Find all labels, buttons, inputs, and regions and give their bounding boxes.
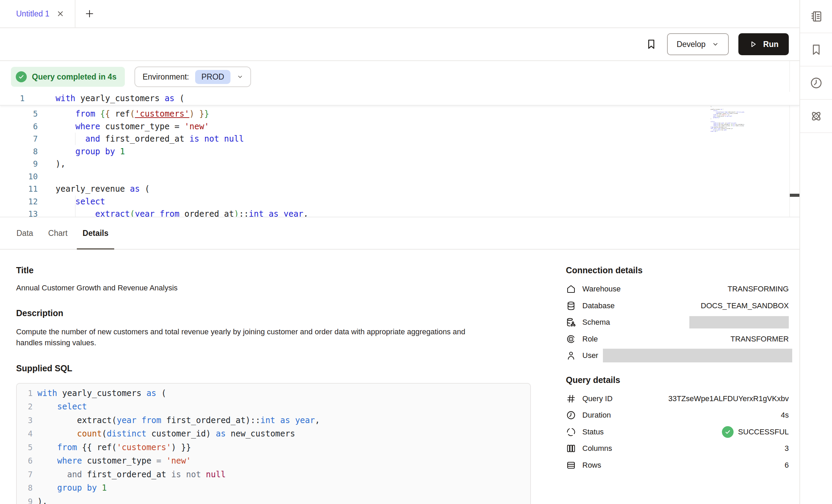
code-token: 1 bbox=[102, 483, 107, 493]
code-token bbox=[95, 109, 100, 119]
code-token: as bbox=[130, 184, 140, 194]
code-token: from bbox=[159, 209, 179, 217]
code-token: 'customers' bbox=[117, 443, 171, 452]
detail-value: DOCS_TEAM_SANDBOX bbox=[701, 301, 789, 310]
code-token: not bbox=[204, 134, 219, 144]
code-token: ( bbox=[102, 429, 107, 439]
code-token: as bbox=[146, 388, 156, 398]
detail-row: RoleTRANSFORMER bbox=[566, 331, 789, 348]
status-value: SUCCESSFUL bbox=[722, 426, 789, 438]
detail-row: Schema bbox=[566, 314, 789, 331]
supplied-sql-line: 6 where customer_type = 'new' bbox=[22, 454, 530, 468]
tab-chart[interactable]: Chart bbox=[41, 217, 75, 249]
environment-selector[interactable]: Environment: PROD bbox=[134, 67, 251, 87]
line-number: 8 bbox=[22, 483, 33, 492]
editor-line[interactable]: 13 extract(year from ordered_at)::int as… bbox=[0, 208, 799, 217]
bookmark-icon[interactable] bbox=[645, 38, 657, 50]
code-token: as bbox=[269, 209, 278, 217]
code-line-text: group by 1 bbox=[56, 147, 125, 156]
code-token bbox=[290, 416, 295, 425]
code-token: extract( bbox=[37, 416, 117, 425]
editor-line[interactable]: 11yearly_revenue as ( bbox=[0, 183, 799, 195]
tab-data[interactable]: Data bbox=[9, 217, 41, 249]
code-token: ( bbox=[156, 388, 166, 398]
sidebar-item-lineage[interactable] bbox=[800, 100, 832, 133]
supplied-sql-line: 4 count(distinct customer_id) as new_cus… bbox=[22, 427, 530, 441]
sql-editor[interactable]: Query completed in 4s Environment: PROD … bbox=[0, 61, 799, 217]
code-token: ordered_at bbox=[179, 209, 234, 217]
code-token bbox=[136, 416, 141, 425]
code-token: group by bbox=[57, 483, 97, 493]
line-number: 9 bbox=[22, 497, 33, 504]
supplied-sql-line: 7 and first_ordered_at is not null bbox=[22, 468, 530, 481]
line-number: 7 bbox=[0, 134, 38, 143]
code-token bbox=[201, 470, 206, 479]
code-token: distinct bbox=[107, 429, 146, 439]
run-button[interactable]: Run bbox=[738, 33, 789, 55]
line-number: 13 bbox=[0, 209, 38, 217]
chevron-down-icon bbox=[237, 73, 243, 80]
supplied-sql-line: 2 select bbox=[22, 400, 530, 414]
editor-line[interactable]: 6 where customer_type = 'new' bbox=[0, 120, 799, 133]
sidebar-item-bookmark[interactable] bbox=[800, 33, 832, 67]
sidebar-item-history[interactable] bbox=[800, 67, 832, 100]
code-token bbox=[56, 197, 75, 206]
code-token: null bbox=[224, 134, 244, 144]
close-icon[interactable] bbox=[56, 10, 64, 18]
history-icon bbox=[809, 76, 823, 90]
code-token bbox=[194, 109, 199, 119]
detail-value: 3 bbox=[785, 444, 789, 453]
code-line-text: ), bbox=[37, 497, 47, 504]
code-token: extract bbox=[95, 209, 130, 217]
detail-value: TRANSFORMING bbox=[728, 285, 789, 293]
check-circle-icon bbox=[16, 71, 27, 82]
tab-details[interactable]: Details bbox=[75, 217, 116, 249]
code-token bbox=[37, 402, 57, 411]
editor-line[interactable]: 8 group by 1 bbox=[0, 145, 799, 158]
editor-line[interactable]: 10 bbox=[0, 170, 799, 183]
editor-line[interactable]: 5 from {{ ref('customers') }} bbox=[0, 108, 799, 120]
code-token bbox=[37, 456, 57, 466]
supplied-sql-line: 3 extract(year from first_ordered_at)::i… bbox=[22, 413, 530, 427]
detail-value: 4s bbox=[781, 411, 789, 420]
code-line-text: where customer_type = 'new' bbox=[56, 122, 209, 131]
code-region[interactable]: 1with yearly_customers as ( 5 from {{ re… bbox=[0, 92, 799, 217]
code-token: year bbox=[284, 209, 304, 217]
sticky-code-line[interactable]: 1with yearly_customers as ( bbox=[0, 92, 799, 106]
code-line-text: group by 1 bbox=[37, 483, 107, 493]
results-tabbar: DataChartDetails bbox=[0, 217, 799, 250]
editor-line[interactable]: 7 and first_ordered_at is not null bbox=[0, 133, 799, 145]
detail-value: 6 bbox=[785, 461, 789, 470]
line-number: 2 bbox=[22, 402, 33, 411]
sidebar-item-changelog[interactable] bbox=[800, 0, 832, 33]
line-number: 4 bbox=[22, 429, 33, 438]
redacted-value bbox=[603, 349, 792, 362]
new-tab-button[interactable] bbox=[84, 9, 95, 19]
code-line-text: from {{ ref('customers') }} bbox=[56, 109, 209, 119]
code-line-text: and first_ordered_at is not null bbox=[37, 470, 226, 479]
line-number: 10 bbox=[0, 172, 38, 181]
scrollbar-thumb[interactable] bbox=[790, 194, 799, 197]
status-text: SUCCESSFUL bbox=[738, 428, 789, 436]
code-line-text: select bbox=[56, 197, 105, 206]
detail-label: Role bbox=[582, 335, 598, 344]
code-token: , bbox=[304, 209, 308, 217]
code-token bbox=[56, 134, 85, 144]
code-line-text: count(distinct customer_id) as new_custo… bbox=[37, 429, 295, 439]
code-line-text: where customer_type = 'new' bbox=[37, 456, 191, 466]
code-token bbox=[275, 416, 280, 425]
connection-details-heading: Connection details bbox=[566, 265, 789, 275]
editor-line[interactable]: 9), bbox=[0, 158, 799, 170]
code-line-text: yearly_revenue as ( bbox=[56, 184, 150, 194]
develop-dropdown[interactable]: Develop bbox=[667, 33, 729, 55]
title-heading: Title bbox=[16, 265, 531, 275]
code-token bbox=[161, 456, 166, 466]
code-token: 'new' bbox=[166, 456, 191, 466]
tab-untitled-1[interactable]: Untitled 1 bbox=[0, 0, 75, 27]
code-token bbox=[199, 134, 204, 144]
code-token: ), bbox=[56, 159, 66, 169]
query-status-badge: Query completed in 4s bbox=[11, 67, 125, 87]
details-panel: Title Annual Customer Growth and Revenue… bbox=[0, 250, 799, 504]
editor-line[interactable]: 12 select bbox=[0, 195, 799, 208]
detail-row: WarehouseTRANSFORMING bbox=[566, 281, 789, 298]
